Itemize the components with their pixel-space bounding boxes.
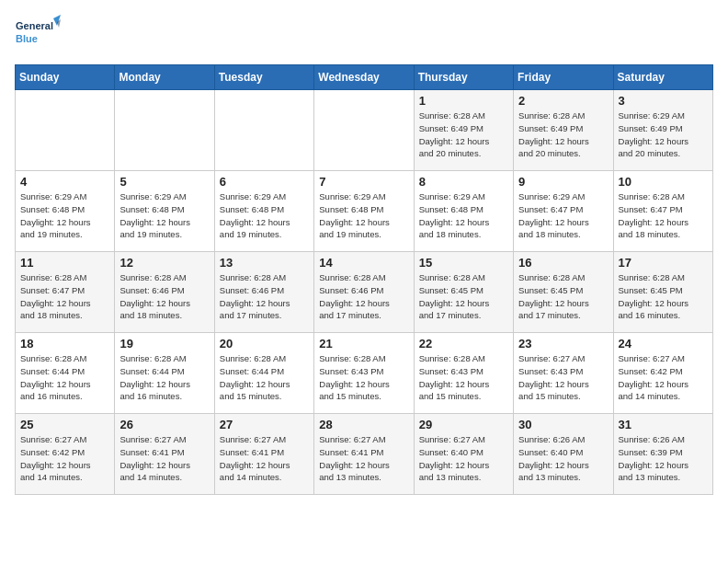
col-header-monday: Monday: [115, 65, 214, 90]
day-number: 20: [220, 337, 309, 350]
day-number: 30: [518, 418, 608, 431]
col-header-sunday: Sunday: [16, 65, 115, 90]
col-header-tuesday: Tuesday: [214, 65, 313, 90]
day-cell: 23Sunrise: 6:27 AM Sunset: 6:43 PM Dayli…: [514, 333, 613, 414]
day-info: Sunrise: 6:27 AM Sunset: 6:42 PM Dayligh…: [619, 352, 708, 403]
day-cell: [16, 90, 115, 171]
col-header-wednesday: Wednesday: [314, 65, 414, 90]
day-info: Sunrise: 6:28 AM Sunset: 6:45 PM Dayligh…: [419, 271, 508, 322]
day-info: Sunrise: 6:28 AM Sunset: 6:49 PM Dayligh…: [518, 109, 608, 160]
day-number: 23: [518, 337, 608, 350]
day-info: Sunrise: 6:27 AM Sunset: 6:41 PM Dayligh…: [319, 433, 408, 484]
day-info: Sunrise: 6:28 AM Sunset: 6:46 PM Dayligh…: [319, 271, 408, 322]
day-number: 25: [20, 418, 109, 431]
day-info: Sunrise: 6:27 AM Sunset: 6:43 PM Dayligh…: [518, 352, 608, 403]
day-cell: [314, 90, 414, 171]
day-cell: 15Sunrise: 6:28 AM Sunset: 6:45 PM Dayli…: [414, 252, 513, 333]
day-number: 7: [319, 175, 408, 189]
day-cell: 6Sunrise: 6:29 AM Sunset: 6:48 PM Daylig…: [214, 171, 313, 252]
day-number: 6: [220, 175, 309, 189]
col-header-thursday: Thursday: [414, 65, 513, 90]
day-number: 4: [20, 175, 109, 189]
day-cell: 24Sunrise: 6:27 AM Sunset: 6:42 PM Dayli…: [613, 333, 712, 414]
day-info: Sunrise: 6:27 AM Sunset: 6:42 PM Dayligh…: [20, 433, 109, 484]
day-info: Sunrise: 6:29 AM Sunset: 6:48 PM Dayligh…: [119, 190, 209, 241]
day-number: 16: [518, 256, 608, 270]
day-number: 26: [119, 418, 209, 431]
day-cell: 12Sunrise: 6:28 AM Sunset: 6:46 PM Dayli…: [115, 252, 214, 333]
day-cell: 22Sunrise: 6:28 AM Sunset: 6:43 PM Dayli…: [414, 333, 513, 414]
day-number: 12: [119, 256, 209, 270]
day-info: Sunrise: 6:28 AM Sunset: 6:44 PM Dayligh…: [119, 352, 209, 403]
svg-text:General: General: [16, 20, 53, 31]
day-number: 1: [419, 94, 508, 108]
day-cell: 25Sunrise: 6:27 AM Sunset: 6:42 PM Dayli…: [16, 414, 115, 495]
week-row-5: 25Sunrise: 6:27 AM Sunset: 6:42 PM Dayli…: [16, 414, 713, 495]
logo-svg: General Blue: [15, 15, 61, 53]
day-cell: 18Sunrise: 6:28 AM Sunset: 6:44 PM Dayli…: [16, 333, 115, 414]
week-row-2: 4Sunrise: 6:29 AM Sunset: 6:48 PM Daylig…: [16, 171, 713, 252]
day-cell: 13Sunrise: 6:28 AM Sunset: 6:46 PM Dayli…: [214, 252, 313, 333]
week-row-1: 1Sunrise: 6:28 AM Sunset: 6:49 PM Daylig…: [16, 90, 713, 171]
day-cell: [214, 90, 313, 171]
day-cell: 7Sunrise: 6:29 AM Sunset: 6:48 PM Daylig…: [314, 171, 414, 252]
day-info: Sunrise: 6:28 AM Sunset: 6:46 PM Dayligh…: [119, 271, 209, 322]
day-number: 14: [319, 256, 408, 270]
day-number: 15: [419, 256, 508, 270]
day-info: Sunrise: 6:28 AM Sunset: 6:49 PM Dayligh…: [419, 109, 508, 160]
day-info: Sunrise: 6:29 AM Sunset: 6:48 PM Dayligh…: [20, 190, 109, 241]
day-number: 9: [518, 175, 608, 189]
day-cell: 27Sunrise: 6:27 AM Sunset: 6:41 PM Dayli…: [214, 414, 313, 495]
day-cell: 19Sunrise: 6:28 AM Sunset: 6:44 PM Dayli…: [115, 333, 214, 414]
day-cell: 8Sunrise: 6:29 AM Sunset: 6:48 PM Daylig…: [414, 171, 513, 252]
day-cell: 10Sunrise: 6:28 AM Sunset: 6:47 PM Dayli…: [613, 171, 712, 252]
day-cell: 17Sunrise: 6:28 AM Sunset: 6:45 PM Dayli…: [613, 252, 712, 333]
day-cell: 11Sunrise: 6:28 AM Sunset: 6:47 PM Dayli…: [16, 252, 115, 333]
day-cell: 28Sunrise: 6:27 AM Sunset: 6:41 PM Dayli…: [314, 414, 414, 495]
day-info: Sunrise: 6:26 AM Sunset: 6:39 PM Dayligh…: [619, 433, 708, 484]
day-number: 27: [220, 418, 309, 431]
day-cell: 26Sunrise: 6:27 AM Sunset: 6:41 PM Dayli…: [115, 414, 214, 495]
day-number: 10: [619, 175, 708, 189]
week-row-3: 11Sunrise: 6:28 AM Sunset: 6:47 PM Dayli…: [16, 252, 713, 333]
day-info: Sunrise: 6:26 AM Sunset: 6:40 PM Dayligh…: [518, 433, 608, 484]
day-info: Sunrise: 6:28 AM Sunset: 6:45 PM Dayligh…: [518, 271, 608, 322]
day-cell: 14Sunrise: 6:28 AM Sunset: 6:46 PM Dayli…: [314, 252, 414, 333]
day-number: 5: [119, 175, 209, 189]
day-number: 29: [419, 418, 508, 431]
page-header: General Blue: [15, 15, 713, 53]
col-header-saturday: Saturday: [613, 65, 712, 90]
day-info: Sunrise: 6:28 AM Sunset: 6:44 PM Dayligh…: [20, 352, 109, 403]
day-info: Sunrise: 6:28 AM Sunset: 6:43 PM Dayligh…: [319, 352, 408, 403]
day-cell: 4Sunrise: 6:29 AM Sunset: 6:48 PM Daylig…: [16, 171, 115, 252]
day-number: 22: [419, 337, 508, 350]
day-info: Sunrise: 6:28 AM Sunset: 6:47 PM Dayligh…: [20, 271, 109, 322]
day-cell: [115, 90, 214, 171]
svg-text:Blue: Blue: [16, 33, 38, 44]
calendar-header: SundayMondayTuesdayWednesdayThursdayFrid…: [16, 65, 713, 90]
day-number: 8: [419, 175, 508, 189]
day-cell: 21Sunrise: 6:28 AM Sunset: 6:43 PM Dayli…: [314, 333, 414, 414]
day-info: Sunrise: 6:27 AM Sunset: 6:40 PM Dayligh…: [419, 433, 508, 484]
day-cell: 2Sunrise: 6:28 AM Sunset: 6:49 PM Daylig…: [514, 90, 613, 171]
week-row-4: 18Sunrise: 6:28 AM Sunset: 6:44 PM Dayli…: [16, 333, 713, 414]
day-info: Sunrise: 6:28 AM Sunset: 6:47 PM Dayligh…: [619, 190, 708, 241]
day-number: 17: [619, 256, 708, 270]
day-number: 21: [319, 337, 408, 350]
day-info: Sunrise: 6:28 AM Sunset: 6:45 PM Dayligh…: [619, 271, 708, 322]
day-number: 24: [619, 337, 708, 350]
day-cell: 20Sunrise: 6:28 AM Sunset: 6:44 PM Dayli…: [214, 333, 313, 414]
day-cell: 16Sunrise: 6:28 AM Sunset: 6:45 PM Dayli…: [514, 252, 613, 333]
day-cell: 5Sunrise: 6:29 AM Sunset: 6:48 PM Daylig…: [115, 171, 214, 252]
day-info: Sunrise: 6:28 AM Sunset: 6:44 PM Dayligh…: [220, 352, 309, 403]
day-info: Sunrise: 6:27 AM Sunset: 6:41 PM Dayligh…: [220, 433, 309, 484]
day-cell: 9Sunrise: 6:29 AM Sunset: 6:47 PM Daylig…: [514, 171, 613, 252]
day-info: Sunrise: 6:29 AM Sunset: 6:48 PM Dayligh…: [419, 190, 508, 241]
day-cell: 30Sunrise: 6:26 AM Sunset: 6:40 PM Dayli…: [514, 414, 613, 495]
day-info: Sunrise: 6:27 AM Sunset: 6:41 PM Dayligh…: [119, 433, 209, 484]
day-number: 3: [619, 94, 708, 108]
day-info: Sunrise: 6:29 AM Sunset: 6:49 PM Dayligh…: [619, 109, 708, 160]
day-number: 13: [220, 256, 309, 270]
day-cell: 29Sunrise: 6:27 AM Sunset: 6:40 PM Dayli…: [414, 414, 513, 495]
day-number: 28: [319, 418, 408, 431]
